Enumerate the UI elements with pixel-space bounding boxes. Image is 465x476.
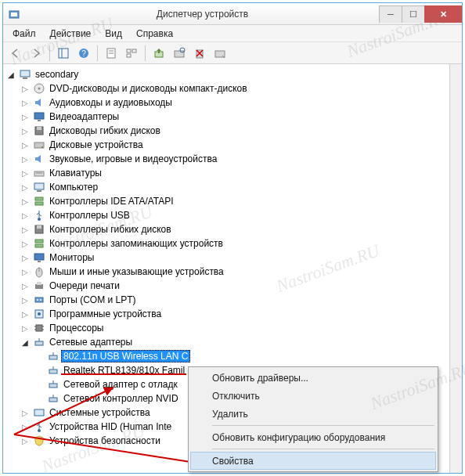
tree-category[interactable]: ▷DVD-дисководы и дисководы компакт-диско… [5,81,460,96]
tree-category[interactable]: ▷Контроллеры запоминающих устройств [5,236,460,251]
show-tree-button[interactable] [54,45,73,62]
expander-none [33,392,45,405]
svg-point-48 [38,312,41,316]
expand-icon[interactable]: ▷ [19,251,31,264]
minimize-button[interactable]: ─ [379,5,402,23]
usb-icon [33,420,45,433]
expand-icon[interactable]: ▷ [19,223,31,236]
disable-button[interactable] [211,45,229,62]
expander-none [33,364,45,377]
titlebar: Диспетчер устройств ─ ☐ ✕ [3,3,462,25]
expand-icon[interactable]: ▷ [19,153,31,165]
svg-rect-56 [49,355,57,359]
uninstall-button[interactable] [190,45,209,62]
view2-button[interactable] [122,45,141,62]
svg-rect-37 [35,244,43,247]
port-icon [33,294,45,306]
props-button[interactable] [102,45,121,62]
ctx-update-drivers[interactable]: Обновить драйверы... [190,369,436,387]
tree-category[interactable]: ▷Мониторы [5,251,460,265]
tree-category[interactable]: ▷Дисковые устройства [5,138,460,152]
window-title: Диспетчер устройств [25,9,380,20]
tree-category[interactable]: ▷Видеоадаптеры [5,110,460,124]
tree-category[interactable]: ▷Процессоры [5,321,460,335]
expand-icon[interactable]: ▷ [19,167,31,179]
svg-rect-36 [35,240,43,243]
menu-file[interactable]: Файл [6,27,42,41]
expand-icon[interactable]: ▷ [19,265,31,278]
tree-category[interactable]: ▷Звуковые, игровые и видеоустройства [5,152,460,166]
expand-icon[interactable]: ▷ [19,279,31,292]
help-button[interactable]: ? [74,45,93,62]
svg-rect-29 [34,183,44,189]
floppy-icon [33,124,45,137]
printer-icon [33,279,45,292]
scan-hardware-button[interactable] [170,45,189,62]
hdd-icon [33,139,45,151]
tree-item-label: Контроллеры USB [47,209,132,222]
app-icon [8,8,20,20]
expand-icon[interactable]: ▷ [19,406,31,419]
forward-button[interactable] [27,45,45,62]
ctx-scan-hardware[interactable]: Обновить конфигурацию оборудования [190,428,436,446]
expand-icon[interactable]: ▷ [19,308,31,320]
svg-rect-1 [11,13,17,16]
tree-category[interactable]: ▷Программные устройства [5,307,460,321]
expand-icon[interactable]: ▷ [19,209,31,222]
tree-category[interactable]: ▷Дисководы гибких дисков [5,124,460,138]
expand-icon[interactable]: ▷ [19,420,31,433]
context-menu: Обновить драйверы... Отключить Удалить О… [188,366,438,472]
tree-item-label: Дисковые устройства [47,139,146,151]
tree-category[interactable]: ▷Аудиовходы и аудиовыходы [5,96,460,110]
tree-item-label: Контроллеры IDE ATA/ATAPI [47,195,176,207]
expand-icon[interactable]: ▷ [19,322,31,334]
usb-icon [33,209,45,222]
menu-action[interactable]: Действие [44,27,98,41]
soft-icon [33,308,45,320]
tree-category-network[interactable]: ◢Сетевые адаптеры [5,335,460,349]
expand-icon[interactable]: ▷ [19,110,31,123]
tree-category[interactable]: ▷Контроллеры IDE ATA/ATAPI [5,194,460,208]
maximize-button[interactable]: ☐ [402,5,425,23]
svg-rect-32 [35,202,43,205]
svg-point-46 [40,299,41,301]
ctx-disable[interactable]: Отключить [190,387,436,405]
update-driver-button[interactable] [150,45,168,62]
svg-rect-62 [49,398,57,402]
ctx-properties[interactable]: Свойства [190,452,436,470]
svg-point-26 [41,146,43,148]
tree-category[interactable]: ▷Контроллеры USB [5,208,460,222]
display-icon [33,110,45,123]
collapse-icon[interactable]: ◢ [5,68,17,81]
tree-item-label: Видеоадаптеры [47,110,121,123]
tree-item-label: Мониторы [47,251,96,264]
expand-icon[interactable]: ▷ [19,96,31,109]
expand-icon[interactable]: ▷ [19,195,31,207]
tree-category[interactable]: ▷Контроллеры гибких дисков [5,222,460,236]
expand-icon[interactable]: ▷ [19,124,31,137]
tree-category[interactable]: ▷Порты (COM и LPT) [5,293,460,307]
tree-category[interactable]: ▷Компьютер [5,180,460,194]
expand-icon[interactable]: ▷ [19,237,31,250]
back-button[interactable] [6,45,25,62]
ctx-remove[interactable]: Удалить [190,405,436,423]
ctx-separator [212,449,434,449]
tree-item-label: Аудиовходы и аудиовыходы [47,96,175,109]
tree-root[interactable]: ◢secondary [5,67,460,81]
tree-category[interactable]: ▷Очереди печати [5,279,460,293]
menu-view[interactable]: Вид [99,27,128,41]
tree-item-label: Контроллеры запоминающих устройств [47,237,225,250]
net-icon [47,364,59,377]
tree-category[interactable]: ▷Мыши и иные указывающие устройства [5,265,460,279]
expand-icon[interactable]: ▷ [19,294,31,306]
menu-help[interactable]: Справка [130,27,179,41]
expand-icon[interactable]: ▷ [19,181,31,193]
close-button[interactable]: ✕ [424,5,462,23]
tree-item-label: Контроллеры гибких дисков [47,223,174,236]
tree-category[interactable]: ▷Клавиатуры [5,166,460,180]
collapse-icon[interactable]: ◢ [19,336,31,348]
tree-device-network[interactable]: 802.11n USB Wireless LAN C [5,349,460,363]
expand-icon[interactable]: ▷ [19,82,31,95]
expand-icon[interactable]: ▷ [19,139,31,151]
expand-icon[interactable]: ▷ [19,435,31,447]
